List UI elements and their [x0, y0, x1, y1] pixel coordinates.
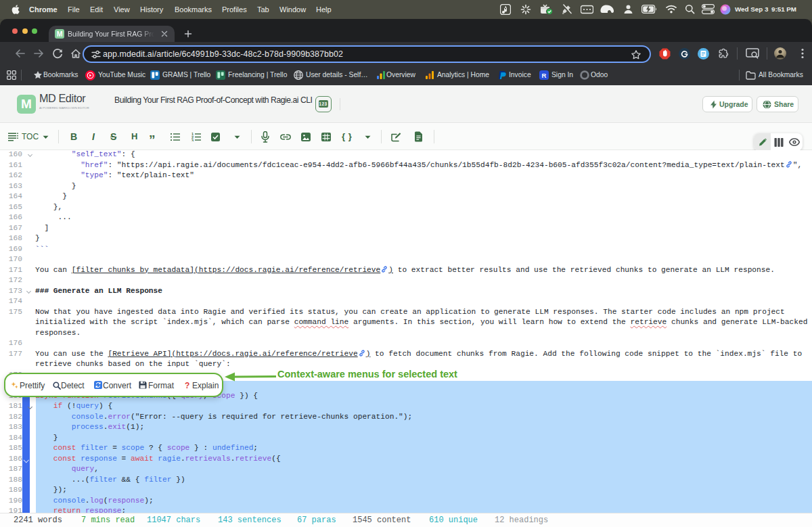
svg-text:R: R: [542, 72, 547, 79]
svg-text:3: 3: [191, 139, 194, 142]
